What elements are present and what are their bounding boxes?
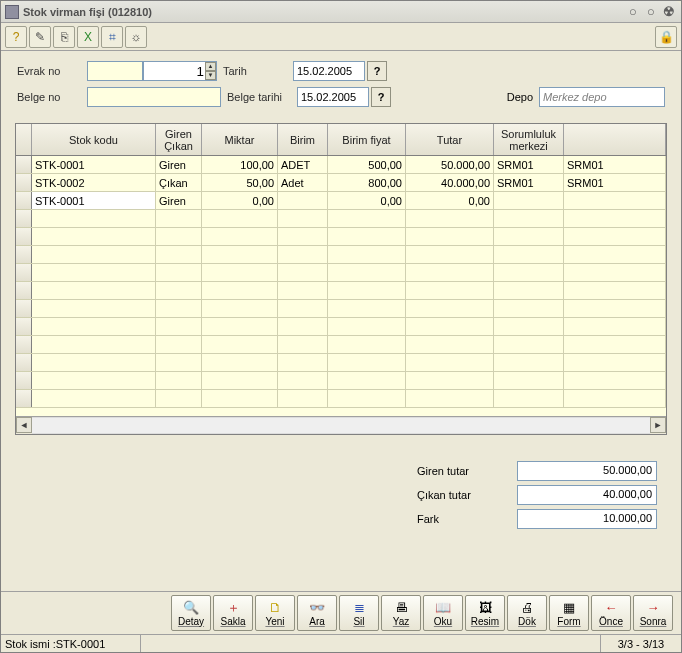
cell-miktar[interactable]	[202, 336, 278, 353]
cell-birim[interactable]	[278, 192, 328, 209]
belge-tarih-input[interactable]	[297, 87, 369, 107]
table-row[interactable]	[16, 246, 666, 264]
cell-birim[interactable]	[278, 318, 328, 335]
cell-gc[interactable]	[156, 300, 202, 317]
cell-tutar[interactable]	[406, 354, 494, 371]
cell-birim[interactable]	[278, 282, 328, 299]
cell-ex[interactable]	[564, 318, 666, 335]
copy-icon[interactable]: ⎘	[53, 26, 75, 48]
cell-miktar[interactable]: 0,00	[202, 192, 278, 209]
cell-birim[interactable]: ADET	[278, 156, 328, 173]
cell-sm[interactable]	[494, 372, 564, 389]
cell-miktar[interactable]	[202, 282, 278, 299]
cell-ex[interactable]: SRM01	[564, 156, 666, 173]
dök-button[interactable]: 🖨Dök	[507, 595, 547, 631]
ara-button[interactable]: 👓Ara	[297, 595, 337, 631]
cell-gc[interactable]	[156, 228, 202, 245]
cell-birim[interactable]	[278, 264, 328, 281]
cell-gc[interactable]	[156, 336, 202, 353]
evrak-text-input[interactable]	[87, 61, 143, 81]
cell-sm[interactable]: SRM01	[494, 156, 564, 173]
row-head[interactable]	[16, 192, 32, 209]
col-extra[interactable]	[564, 124, 666, 155]
cell-stok[interactable]	[32, 246, 156, 263]
cell-stok[interactable]: STK-0002	[32, 174, 156, 191]
detay-button[interactable]: 🔍Detay	[171, 595, 211, 631]
table-row[interactable]	[16, 282, 666, 300]
col-birim-fiyat[interactable]: Birim fiyat	[328, 124, 406, 155]
cell-ex[interactable]	[564, 390, 666, 407]
cell-tutar[interactable]	[406, 318, 494, 335]
cell-tutar[interactable]: 50.000,00	[406, 156, 494, 173]
table-row[interactable]	[16, 318, 666, 336]
cell-bf[interactable]: 500,00	[328, 156, 406, 173]
cell-tutar[interactable]	[406, 246, 494, 263]
grid-icon[interactable]: ⌗	[101, 26, 123, 48]
col-birim[interactable]: Birim	[278, 124, 328, 155]
table-row[interactable]	[16, 300, 666, 318]
cell-tutar[interactable]	[406, 264, 494, 281]
row-head[interactable]	[16, 318, 32, 335]
cell-sm[interactable]	[494, 264, 564, 281]
cell-miktar[interactable]	[202, 354, 278, 371]
scroll-right-icon[interactable]: ►	[650, 417, 666, 433]
row-head[interactable]	[16, 156, 32, 173]
tarih-input[interactable]	[293, 61, 365, 81]
cell-tutar[interactable]	[406, 282, 494, 299]
cell-gc[interactable]	[156, 282, 202, 299]
cell-miktar[interactable]	[202, 264, 278, 281]
cell-tutar[interactable]	[406, 336, 494, 353]
row-head[interactable]	[16, 264, 32, 281]
edit-icon[interactable]: ✎	[29, 26, 51, 48]
cell-sm[interactable]	[494, 354, 564, 371]
cell-miktar[interactable]	[202, 210, 278, 227]
sonra-button[interactable]: →Sonra	[633, 595, 673, 631]
table-row[interactable]	[16, 390, 666, 408]
cell-bf[interactable]	[328, 246, 406, 263]
yaz-button[interactable]: 🖶Yaz	[381, 595, 421, 631]
cell-ex[interactable]	[564, 210, 666, 227]
cell-birim[interactable]: Adet	[278, 174, 328, 191]
cell-bf[interactable]: 800,00	[328, 174, 406, 191]
col-sorumluluk[interactable]: Sorumluluk merkezi	[494, 124, 564, 155]
cell-stok[interactable]	[32, 372, 156, 389]
cell-stok[interactable]: STK-0001	[32, 156, 156, 173]
cell-ex[interactable]	[564, 228, 666, 245]
cell-sm[interactable]	[494, 282, 564, 299]
cell-stok[interactable]	[32, 282, 156, 299]
table-row[interactable]	[16, 228, 666, 246]
table-row[interactable]: STK-0001Giren100,00ADET500,0050.000,00SR…	[16, 156, 666, 174]
tarih-lookup-button[interactable]: ?	[367, 61, 387, 81]
cell-ex[interactable]	[564, 300, 666, 317]
cell-birim[interactable]	[278, 228, 328, 245]
cell-miktar[interactable]	[202, 228, 278, 245]
cell-sm[interactable]: SRM01	[494, 174, 564, 191]
excel-icon[interactable]: X	[77, 26, 99, 48]
col-stok-kodu[interactable]: Stok kodu	[32, 124, 156, 155]
cell-miktar[interactable]: 50,00	[202, 174, 278, 191]
col-giren-cikan[interactable]: Giren Çıkan	[156, 124, 202, 155]
row-head[interactable]	[16, 210, 32, 227]
cell-stok[interactable]	[32, 264, 156, 281]
önce-button[interactable]: ←Önce	[591, 595, 631, 631]
cell-ex[interactable]: SRM01	[564, 174, 666, 191]
help-icon[interactable]: ?	[5, 26, 27, 48]
cell-tutar[interactable]: 0,00	[406, 192, 494, 209]
cell-birim[interactable]	[278, 354, 328, 371]
row-head[interactable]	[16, 372, 32, 389]
cell-ex[interactable]	[564, 264, 666, 281]
cell-bf[interactable]	[328, 354, 406, 371]
scroll-left-icon[interactable]: ◄	[16, 417, 32, 433]
minimize-icon[interactable]: ○	[625, 4, 641, 20]
cell-ex[interactable]	[564, 372, 666, 389]
table-row[interactable]	[16, 354, 666, 372]
cell-tutar[interactable]	[406, 228, 494, 245]
cell-stok[interactable]	[32, 390, 156, 407]
cell-birim[interactable]	[278, 300, 328, 317]
cell-sm[interactable]	[494, 336, 564, 353]
lock-icon[interactable]: 🔒	[655, 26, 677, 48]
cell-stok[interactable]	[32, 318, 156, 335]
spin-up-icon[interactable]: ▲	[205, 62, 216, 71]
cell-miktar[interactable]	[202, 372, 278, 389]
cell-bf[interactable]	[328, 210, 406, 227]
